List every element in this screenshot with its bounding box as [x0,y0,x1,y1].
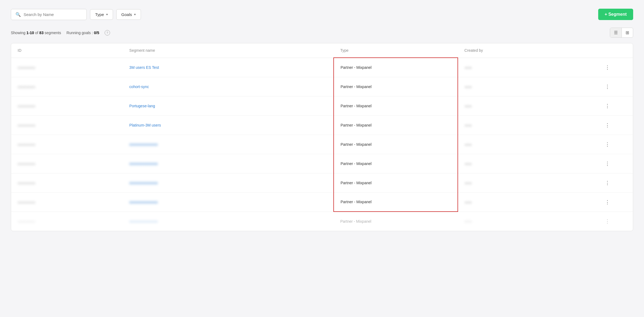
search-icon: 🔍 [15,12,21,17]
more-actions-button[interactable]: ⋮ [603,160,612,168]
more-actions-button[interactable]: ⋮ [603,121,612,129]
row-segment-name[interactable]: Platinum-3M users [123,115,334,135]
list-view-icon: ☰ [614,30,618,35]
row-actions[interactable]: ⋮ [582,154,633,173]
row-id: xxxxxxxxxx [11,58,123,77]
table-row: xxxxxxxxxxxxxxxxxxxxxxxxxPartner - Mixpa… [11,192,633,212]
segment-name-link[interactable]: cohort-sync [129,85,149,89]
table-row: xxxxxxxxxxPlatinum-3M usersPartner - Mix… [11,115,633,135]
goals-filter-label: Goals [121,12,132,17]
showing-text: Showing 1-10 of 83 segments [11,31,61,35]
col-header-actions [582,43,633,58]
row-type: Partner - Mixpanel [334,58,458,77]
table-row: xxxxxxxxxx3M users ES TestPartner - Mixp… [11,58,633,77]
more-actions-button[interactable]: ⋮ [603,217,612,225]
segments-table: ID Segment name Type Created by xxxxxxxx… [11,43,633,231]
type-filter-label: Type [95,12,104,17]
col-header-segment-name: Segment name [123,43,334,58]
row-type: Partner - Mixpanel [334,115,458,135]
more-actions-button[interactable]: ⋮ [603,102,612,110]
more-actions-button[interactable]: ⋮ [603,83,612,91]
row-type: Partner - Mixpanel [334,96,458,115]
table-header-row: ID Segment name Type Created by [11,43,633,58]
row-type: Partner - Mixpanel [334,135,458,154]
more-actions-button[interactable]: ⋮ [603,198,612,206]
segment-name-link[interactable]: Portugese-lang [129,104,155,108]
row-type: Partner - Mixpanel [334,173,458,192]
table-row: xxxxxxxxxxxxxxxxxxxxxxxxxPartner - Mixpa… [11,154,633,173]
toolbar: 🔍 Type ▾ Goals ▾ + Segment [11,9,633,20]
add-segment-button[interactable]: + Segment [598,9,633,20]
col-header-created-by: Created by [458,43,582,58]
search-box: 🔍 [11,9,87,20]
row-created-by: xxxx [458,115,582,135]
row-actions[interactable]: ⋮ [582,77,633,96]
row-actions[interactable]: ⋮ [582,96,633,115]
segment-name-link[interactable]: Platinum-3M users [129,123,161,127]
row-id: xxxxxxxxxx [11,154,123,173]
row-created-by: xxxx [458,58,582,77]
row-id: xxxxxxxxxx [11,96,123,115]
more-actions-button[interactable]: ⋮ [603,63,612,72]
table-row: xxxxxxxxxxxxxxxxxxxxxxxxxPartner - Mixpa… [11,173,633,192]
table-row: xxxxxxxxxxxxxxxxxxxxxxxxxPartner - Mixpa… [11,135,633,154]
row-created-by: xxxx [458,96,582,115]
row-segment-name[interactable]: xxxxxxxxxxxxxxx [123,154,334,173]
row-segment-name[interactable]: cohort-sync [123,77,334,96]
row-type: Partner - Mixpanel [334,192,458,212]
row-created-by: xxxx [458,173,582,192]
col-header-id: ID [11,43,123,58]
segment-name-link[interactable]: 3M users ES Test [129,65,159,70]
running-goals: Running goals : 0/5 [66,31,99,35]
row-segment-name[interactable]: Portugese-lang [123,96,334,115]
row-actions[interactable]: ⋮ [582,58,633,77]
row-actions[interactable]: ⋮ [582,115,633,135]
view-toggle: ☰ ⊞ [610,28,633,38]
table-row: xxxxxxxxxxPortugese-langPartner - Mixpan… [11,96,633,115]
row-created-by: xxxx [458,77,582,96]
row-created-by: xxxx [458,154,582,173]
table-row: xxxxxxxxxxcohort-syncPartner - Mixpanelx… [11,77,633,96]
row-id: xxxxxxxxxx [11,173,123,192]
more-actions-button[interactable]: ⋮ [603,140,612,148]
meta-row: Showing 1-10 of 83 segments Running goal… [11,28,633,38]
row-actions[interactable]: ⋮ [582,173,633,192]
row-actions[interactable]: ⋮ [582,192,633,212]
row-segment-name[interactable]: xxxxxxxxxxxxxxx [123,173,334,192]
grid-view-button[interactable]: ⊞ [622,28,633,37]
search-input[interactable] [24,12,82,17]
row-segment-name[interactable]: xxxxxxxxxxxxxxx [123,192,334,212]
segments-table-container: ID Segment name Type Created by xxxxxxxx… [11,43,633,231]
info-icon[interactable]: ? [105,30,110,35]
row-id: xxxxxxxxxx [11,192,123,212]
chevron-down-icon: ▾ [106,13,108,16]
list-view-button[interactable]: ☰ [610,28,622,37]
row-created-by: xxxx [458,135,582,154]
row-id: xxxxxxxxxx [11,135,123,154]
row-segment-name[interactable]: xxxxxxxxxxxxxxx [123,135,334,154]
row-id: xxxxxxxxxx [11,77,123,96]
row-id: xxxxxxxxxx [11,115,123,135]
goals-filter-button[interactable]: Goals ▾ [116,9,141,20]
type-filter-button[interactable]: Type ▾ [90,9,113,20]
table-row: xxxxxxxxxxxxxxxxxxxxxxxxxPartner - Mixpa… [11,212,633,231]
row-type: Partner - Mixpanel [334,154,458,173]
row-segment-name[interactable]: 3M users ES Test [123,58,334,77]
col-header-type: Type [334,43,458,58]
row-type: Partner - Mixpanel [334,77,458,96]
chevron-down-icon-goals: ▾ [134,13,136,16]
more-actions-button[interactable]: ⋮ [603,179,612,187]
add-segment-label: + Segment [605,12,627,17]
row-created-by: xxxx [458,192,582,212]
grid-view-icon: ⊞ [626,30,629,35]
row-actions[interactable]: ⋮ [582,135,633,154]
